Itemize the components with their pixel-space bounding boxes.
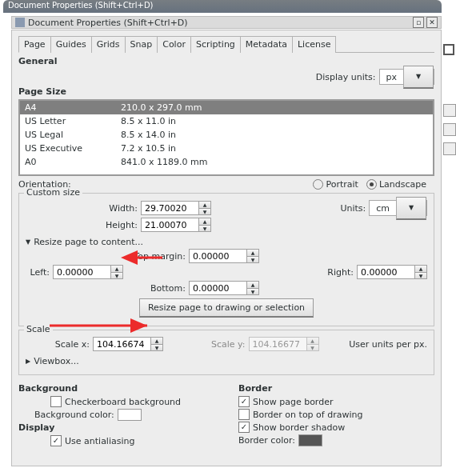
checkbox-icon: ✓ xyxy=(50,435,62,446)
page-size-row-usletter[interactable]: US Letter 8.5 x 11.0 in xyxy=(20,114,433,128)
spin-up-icon[interactable]: ▲ xyxy=(199,202,210,209)
spin-up-icon[interactable]: ▲ xyxy=(247,250,258,257)
show-border-label: Show page border xyxy=(253,397,333,407)
spin-down-icon[interactable]: ▼ xyxy=(247,257,258,263)
height-input[interactable] xyxy=(141,218,198,232)
doc-properties-icon xyxy=(15,18,25,27)
width-input[interactable] xyxy=(141,201,198,215)
tab-grids[interactable]: Grids xyxy=(91,36,126,53)
display-units-label: Display units: xyxy=(316,72,376,82)
spin-up-icon[interactable]: ▲ xyxy=(247,282,258,289)
tab-metadata[interactable]: Metadata xyxy=(240,36,293,53)
close-button[interactable]: ✕ xyxy=(426,17,438,28)
scale-group: Scale Scale x: ▲▼ Scale y: ▲▼ User units… xyxy=(18,330,434,375)
iconify-button[interactable]: ▫ xyxy=(413,17,424,28)
tab-scripting[interactable]: Scripting xyxy=(190,36,241,53)
tab-page[interactable]: Page xyxy=(18,36,51,53)
border-shadow-label: Show border shadow xyxy=(253,422,345,433)
spin-up-icon[interactable]: ▲ xyxy=(111,266,122,273)
height-spin[interactable]: ▲▼ xyxy=(141,218,211,232)
chevron-down-icon[interactable]: ▼ xyxy=(403,66,434,89)
custom-units-select[interactable]: cm ▼ xyxy=(369,200,427,216)
scale-legend: Scale xyxy=(24,324,53,334)
scale-x-spin[interactable]: ▲▼ xyxy=(93,337,163,351)
spin-up-icon[interactable]: ▲ xyxy=(199,218,210,226)
chevron-down-icon[interactable]: ▼ xyxy=(396,197,426,220)
scale-units-note: User units per px. xyxy=(349,339,427,350)
page-size-row-a4[interactable]: A4 210.0 x 297.0 mm xyxy=(20,101,433,114)
radio-icon xyxy=(366,179,377,190)
top-margin-spin[interactable]: ▲▼ xyxy=(189,249,259,263)
scale-y-input xyxy=(249,337,306,351)
spin-down-icon: ▼ xyxy=(307,345,318,351)
page-size-dim: 7.2 x 10.5 in xyxy=(121,143,176,154)
bg-color-label: Background color: xyxy=(34,410,114,420)
height-label: Height: xyxy=(26,220,138,230)
checkbox-icon: ✓ xyxy=(238,396,250,407)
tab-color[interactable]: Color xyxy=(157,36,191,53)
resize-disclosure[interactable]: ▼ Resize page to content... xyxy=(26,237,427,247)
orientation-landscape-label: Landscape xyxy=(379,179,426,190)
left-margin-spin[interactable]: ▲▼ xyxy=(53,265,123,279)
show-border-check[interactable]: ✓ Show page border xyxy=(238,396,434,407)
orientation-portrait[interactable]: Portrait xyxy=(313,179,358,190)
border-shadow-check[interactable]: ✓ Show border shadow xyxy=(238,422,434,433)
tool-icon[interactable] xyxy=(443,142,456,155)
page-size-row-usexec[interactable]: US Executive 7.2 x 10.5 in xyxy=(20,142,433,155)
panel-body: Page Guides Grids Snap Color Scripting M… xyxy=(11,30,442,466)
bottom-margin-input[interactable] xyxy=(189,281,246,295)
border-ontop-check[interactable]: Border on top of drawing xyxy=(238,409,434,420)
page-size-row-a0[interactable]: A0 841.0 x 1189.0 mm xyxy=(20,155,433,169)
page-size-row-uslegal[interactable]: US Legal 8.5 x 14.0 in xyxy=(20,128,433,142)
tool-icon[interactable] xyxy=(443,123,456,136)
spin-up-icon[interactable]: ▲ xyxy=(415,266,426,273)
spin-down-icon[interactable]: ▼ xyxy=(247,289,258,295)
spin-down-icon[interactable]: ▼ xyxy=(415,273,426,279)
bottom-margin-spin[interactable]: ▲▼ xyxy=(189,281,259,295)
border-color-swatch[interactable] xyxy=(298,434,322,446)
custom-units-label: Units: xyxy=(340,203,366,214)
antialias-check[interactable]: ✓ Use antialiasing xyxy=(50,435,214,446)
outer-window-titlebar: Document Properties (Shift+Ctrl+D) xyxy=(3,0,442,13)
checkbox-icon xyxy=(50,396,62,407)
right-margin-input[interactable] xyxy=(357,265,414,279)
outer-window-title: Document Properties (Shift+Ctrl+D) xyxy=(8,1,153,10)
orientation-portrait-label: Portrait xyxy=(326,179,358,190)
border-heading: Border xyxy=(238,383,434,394)
tool-icon[interactable] xyxy=(443,104,456,117)
left-margin-input[interactable] xyxy=(53,265,110,279)
page-size-name: A4 xyxy=(25,102,121,113)
display-heading: Display xyxy=(18,422,214,433)
spin-down-icon[interactable]: ▼ xyxy=(199,226,210,232)
width-spin[interactable]: ▲▼ xyxy=(141,201,211,215)
tab-snap[interactable]: Snap xyxy=(125,36,158,53)
border-column: Border ✓ Show page border Border on top … xyxy=(238,382,434,448)
right-margin-spin[interactable]: ▲▼ xyxy=(357,265,427,279)
display-units-select[interactable]: px ▼ xyxy=(379,69,435,85)
viewbox-disclosure[interactable]: ▶ Viewbox... xyxy=(26,356,427,366)
triangle-right-icon: ▶ xyxy=(26,358,30,365)
left-margin-label: Left: xyxy=(26,267,50,278)
spin-up-icon[interactable]: ▲ xyxy=(151,338,162,345)
page-size-dim: 841.0 x 1189.0 mm xyxy=(121,157,207,167)
spin-up-icon: ▲ xyxy=(307,338,318,345)
right-toolbar xyxy=(443,104,454,155)
orientation-landscape[interactable]: Landscape xyxy=(366,179,426,190)
border-ontop-label: Border on top of drawing xyxy=(253,410,362,420)
spin-down-icon[interactable]: ▼ xyxy=(151,345,162,351)
resize-page-button[interactable]: Resize page to drawing or selection xyxy=(139,298,314,318)
spin-down-icon[interactable]: ▼ xyxy=(199,209,210,215)
tab-guides[interactable]: Guides xyxy=(50,36,92,53)
tab-license[interactable]: License xyxy=(292,36,336,53)
top-margin-input[interactable] xyxy=(189,249,246,263)
bg-color-swatch[interactable] xyxy=(118,409,142,421)
radio-icon xyxy=(313,179,323,190)
spin-down-icon[interactable]: ▼ xyxy=(111,273,122,279)
scale-x-input[interactable] xyxy=(93,337,150,351)
resize-disclosure-label: Resize page to content... xyxy=(34,237,143,247)
width-label: Width: xyxy=(26,203,138,214)
checkerboard-check[interactable]: Checkerboard background xyxy=(50,396,214,407)
border-color-label: Border color: xyxy=(238,435,295,446)
page-size-list[interactable]: A4 210.0 x 297.0 mm US Letter 8.5 x 11.0… xyxy=(18,99,434,176)
checkbox-icon xyxy=(238,409,250,420)
